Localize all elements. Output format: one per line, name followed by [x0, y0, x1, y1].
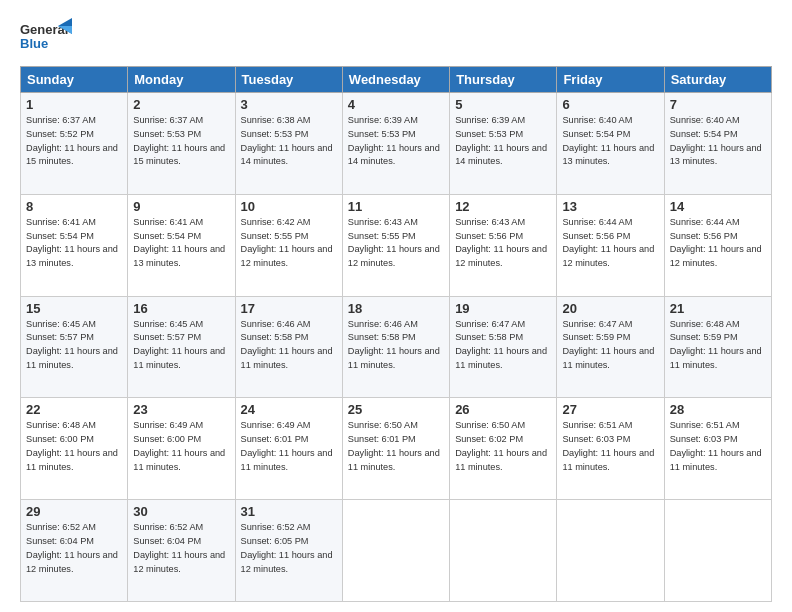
- calendar-week-5: 29Sunrise: 6:52 AMSunset: 6:04 PMDayligh…: [21, 500, 772, 602]
- day-number: 8: [26, 199, 122, 214]
- calendar-cell: 31Sunrise: 6:52 AMSunset: 6:05 PMDayligh…: [235, 500, 342, 602]
- day-info: Sunrise: 6:50 AMSunset: 6:02 PMDaylight:…: [455, 419, 551, 474]
- header: General Blue: [20, 16, 772, 58]
- day-info: Sunrise: 6:52 AMSunset: 6:04 PMDaylight:…: [133, 521, 229, 576]
- day-info: Sunrise: 6:48 AMSunset: 6:00 PMDaylight:…: [26, 419, 122, 474]
- calendar-cell: 6Sunrise: 6:40 AMSunset: 5:54 PMDaylight…: [557, 93, 664, 195]
- day-info: Sunrise: 6:51 AMSunset: 6:03 PMDaylight:…: [670, 419, 766, 474]
- calendar-cell: 18Sunrise: 6:46 AMSunset: 5:58 PMDayligh…: [342, 296, 449, 398]
- day-info: Sunrise: 6:47 AMSunset: 5:59 PMDaylight:…: [562, 318, 658, 373]
- calendar-cell: 4Sunrise: 6:39 AMSunset: 5:53 PMDaylight…: [342, 93, 449, 195]
- calendar-cell: 14Sunrise: 6:44 AMSunset: 5:56 PMDayligh…: [664, 194, 771, 296]
- day-info: Sunrise: 6:52 AMSunset: 6:04 PMDaylight:…: [26, 521, 122, 576]
- day-number: 31: [241, 504, 337, 519]
- day-info: Sunrise: 6:46 AMSunset: 5:58 PMDaylight:…: [241, 318, 337, 373]
- day-number: 30: [133, 504, 229, 519]
- calendar-header-row: SundayMondayTuesdayWednesdayThursdayFrid…: [21, 67, 772, 93]
- day-number: 4: [348, 97, 444, 112]
- calendar-cell: 5Sunrise: 6:39 AMSunset: 5:53 PMDaylight…: [450, 93, 557, 195]
- day-info: Sunrise: 6:38 AMSunset: 5:53 PMDaylight:…: [241, 114, 337, 169]
- day-info: Sunrise: 6:40 AMSunset: 5:54 PMDaylight:…: [670, 114, 766, 169]
- calendar-week-4: 22Sunrise: 6:48 AMSunset: 6:00 PMDayligh…: [21, 398, 772, 500]
- day-number: 13: [562, 199, 658, 214]
- calendar-cell: 7Sunrise: 6:40 AMSunset: 5:54 PMDaylight…: [664, 93, 771, 195]
- calendar-cell: 10Sunrise: 6:42 AMSunset: 5:55 PMDayligh…: [235, 194, 342, 296]
- calendar-cell: 22Sunrise: 6:48 AMSunset: 6:00 PMDayligh…: [21, 398, 128, 500]
- day-info: Sunrise: 6:41 AMSunset: 5:54 PMDaylight:…: [133, 216, 229, 271]
- calendar-week-3: 15Sunrise: 6:45 AMSunset: 5:57 PMDayligh…: [21, 296, 772, 398]
- day-number: 9: [133, 199, 229, 214]
- calendar-cell: 9Sunrise: 6:41 AMSunset: 5:54 PMDaylight…: [128, 194, 235, 296]
- day-info: Sunrise: 6:41 AMSunset: 5:54 PMDaylight:…: [26, 216, 122, 271]
- calendar-cell: 13Sunrise: 6:44 AMSunset: 5:56 PMDayligh…: [557, 194, 664, 296]
- day-number: 20: [562, 301, 658, 316]
- day-info: Sunrise: 6:43 AMSunset: 5:56 PMDaylight:…: [455, 216, 551, 271]
- weekday-header-tuesday: Tuesday: [235, 67, 342, 93]
- calendar-cell: 26Sunrise: 6:50 AMSunset: 6:02 PMDayligh…: [450, 398, 557, 500]
- day-number: 17: [241, 301, 337, 316]
- calendar-cell: 19Sunrise: 6:47 AMSunset: 5:58 PMDayligh…: [450, 296, 557, 398]
- day-number: 7: [670, 97, 766, 112]
- calendar-cell: 17Sunrise: 6:46 AMSunset: 5:58 PMDayligh…: [235, 296, 342, 398]
- weekday-header-saturday: Saturday: [664, 67, 771, 93]
- day-info: Sunrise: 6:47 AMSunset: 5:58 PMDaylight:…: [455, 318, 551, 373]
- calendar-cell: [450, 500, 557, 602]
- calendar-cell: 15Sunrise: 6:45 AMSunset: 5:57 PMDayligh…: [21, 296, 128, 398]
- day-number: 1: [26, 97, 122, 112]
- weekday-header-thursday: Thursday: [450, 67, 557, 93]
- calendar-cell: 2Sunrise: 6:37 AMSunset: 5:53 PMDaylight…: [128, 93, 235, 195]
- day-number: 3: [241, 97, 337, 112]
- weekday-header-sunday: Sunday: [21, 67, 128, 93]
- calendar-cell: 29Sunrise: 6:52 AMSunset: 6:04 PMDayligh…: [21, 500, 128, 602]
- day-number: 5: [455, 97, 551, 112]
- day-info: Sunrise: 6:52 AMSunset: 6:05 PMDaylight:…: [241, 521, 337, 576]
- calendar-week-1: 1Sunrise: 6:37 AMSunset: 5:52 PMDaylight…: [21, 93, 772, 195]
- weekday-header-monday: Monday: [128, 67, 235, 93]
- day-number: 15: [26, 301, 122, 316]
- day-info: Sunrise: 6:44 AMSunset: 5:56 PMDaylight:…: [562, 216, 658, 271]
- calendar-table: SundayMondayTuesdayWednesdayThursdayFrid…: [20, 66, 772, 602]
- calendar-cell: 20Sunrise: 6:47 AMSunset: 5:59 PMDayligh…: [557, 296, 664, 398]
- calendar-cell: 25Sunrise: 6:50 AMSunset: 6:01 PMDayligh…: [342, 398, 449, 500]
- calendar-cell: 27Sunrise: 6:51 AMSunset: 6:03 PMDayligh…: [557, 398, 664, 500]
- calendar-cell: 24Sunrise: 6:49 AMSunset: 6:01 PMDayligh…: [235, 398, 342, 500]
- calendar-cell: 12Sunrise: 6:43 AMSunset: 5:56 PMDayligh…: [450, 194, 557, 296]
- day-number: 16: [133, 301, 229, 316]
- day-number: 26: [455, 402, 551, 417]
- svg-text:Blue: Blue: [20, 36, 48, 51]
- calendar-cell: 16Sunrise: 6:45 AMSunset: 5:57 PMDayligh…: [128, 296, 235, 398]
- day-info: Sunrise: 6:39 AMSunset: 5:53 PMDaylight:…: [455, 114, 551, 169]
- day-number: 23: [133, 402, 229, 417]
- day-number: 2: [133, 97, 229, 112]
- day-number: 25: [348, 402, 444, 417]
- calendar-cell: [557, 500, 664, 602]
- calendar-cell: 21Sunrise: 6:48 AMSunset: 5:59 PMDayligh…: [664, 296, 771, 398]
- day-info: Sunrise: 6:50 AMSunset: 6:01 PMDaylight:…: [348, 419, 444, 474]
- general-blue-logo: General Blue: [20, 16, 72, 58]
- calendar-cell: 23Sunrise: 6:49 AMSunset: 6:00 PMDayligh…: [128, 398, 235, 500]
- day-number: 6: [562, 97, 658, 112]
- day-number: 29: [26, 504, 122, 519]
- calendar-cell: 3Sunrise: 6:38 AMSunset: 5:53 PMDaylight…: [235, 93, 342, 195]
- calendar-cell: 1Sunrise: 6:37 AMSunset: 5:52 PMDaylight…: [21, 93, 128, 195]
- calendar-cell: 8Sunrise: 6:41 AMSunset: 5:54 PMDaylight…: [21, 194, 128, 296]
- day-number: 19: [455, 301, 551, 316]
- day-number: 24: [241, 402, 337, 417]
- day-number: 18: [348, 301, 444, 316]
- day-number: 27: [562, 402, 658, 417]
- day-info: Sunrise: 6:40 AMSunset: 5:54 PMDaylight:…: [562, 114, 658, 169]
- calendar-cell: [664, 500, 771, 602]
- day-info: Sunrise: 6:49 AMSunset: 6:01 PMDaylight:…: [241, 419, 337, 474]
- day-number: 12: [455, 199, 551, 214]
- page: General Blue SundayMondayTuesdayWednesda…: [0, 0, 792, 612]
- day-info: Sunrise: 6:42 AMSunset: 5:55 PMDaylight:…: [241, 216, 337, 271]
- day-info: Sunrise: 6:46 AMSunset: 5:58 PMDaylight:…: [348, 318, 444, 373]
- day-info: Sunrise: 6:45 AMSunset: 5:57 PMDaylight:…: [133, 318, 229, 373]
- calendar-cell: 30Sunrise: 6:52 AMSunset: 6:04 PMDayligh…: [128, 500, 235, 602]
- logo: General Blue: [20, 16, 72, 58]
- day-number: 28: [670, 402, 766, 417]
- day-info: Sunrise: 6:37 AMSunset: 5:52 PMDaylight:…: [26, 114, 122, 169]
- day-number: 21: [670, 301, 766, 316]
- day-info: Sunrise: 6:43 AMSunset: 5:55 PMDaylight:…: [348, 216, 444, 271]
- calendar-cell: [342, 500, 449, 602]
